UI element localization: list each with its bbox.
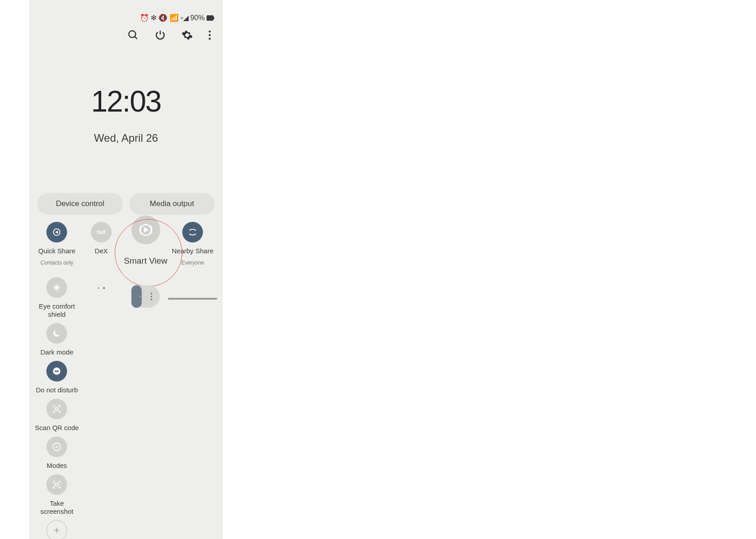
svg-rect-22: [55, 483, 58, 486]
svg-rect-0: [207, 15, 213, 21]
svg-point-4: [209, 31, 211, 32]
svg-rect-1: [213, 17, 214, 19]
svg-line-14: [54, 284, 55, 285]
dex-toggle[interactable]: DeX DeX: [79, 222, 124, 266]
quick-settings-top-row: [29, 22, 223, 45]
device-control-button[interactable]: Device control: [37, 193, 123, 215]
brightness-slider[interactable]: [131, 285, 160, 308]
add-toggle[interactable]: [46, 520, 67, 539]
page-indicator: ••: [79, 285, 124, 539]
svg-line-17: [59, 284, 60, 285]
svg-point-5: [209, 34, 211, 36]
svg-point-34: [151, 292, 152, 294]
svg-line-3: [135, 36, 137, 39]
svg-rect-20: [56, 408, 58, 410]
svg-point-9: [55, 285, 59, 289]
quick-share-toggle[interactable]: Quick Share Contacts only: [35, 222, 79, 266]
quick-settings-screen: ⏰ ✻ 🔇 📶 ▫◢ 90% 12:03 Wed, April 26 Devic…: [29, 0, 223, 539]
svg-point-36: [151, 299, 152, 300]
search-icon[interactable]: [127, 29, 139, 41]
more-vert-icon[interactable]: [208, 29, 211, 41]
brightness-icon: [140, 292, 142, 301]
screenshot-toggle[interactable]: Take screenshot: [35, 474, 79, 516]
battery-icon: [207, 15, 215, 21]
scan-qr-toggle[interactable]: Scan QR code: [35, 399, 79, 432]
svg-point-25: [140, 296, 141, 297]
notification-time: 12:03: [29, 84, 223, 118]
smart-view-icon[interactable]: [131, 216, 160, 244]
nearby-share-toggle[interactable]: Nearby Share Everyone: [168, 222, 217, 266]
dnd-toggle[interactable]: Do not disturb: [36, 361, 78, 394]
svg-point-6: [209, 38, 211, 40]
svg-line-15: [59, 289, 60, 290]
svg-rect-19: [55, 370, 59, 372]
status-icons-right: ⏰ ✻ 🔇 📶 ▫◢: [140, 13, 189, 22]
notification-date: Wed, April 26: [29, 132, 223, 144]
eye-comfort-toggle[interactable]: Eye comfort shield Dark mode Do not dist…: [35, 277, 79, 539]
status-bar: ⏰ ✻ 🔇 📶 ▫◢ 90%: [29, 0, 223, 22]
svg-line-16: [54, 289, 55, 290]
svg-point-2: [129, 31, 135, 37]
brightness-more-icon[interactable]: [150, 292, 153, 301]
power-icon[interactable]: [154, 29, 166, 41]
smart-view-toggle[interactable]: Smart View: [123, 216, 168, 266]
dark-mode-toggle[interactable]: Dark mode: [40, 323, 73, 356]
settings-gear-icon[interactable]: [181, 29, 193, 41]
home-indicator[interactable]: [168, 298, 217, 300]
modes-toggle[interactable]: Modes: [46, 436, 67, 470]
svg-point-35: [151, 296, 152, 297]
clock-area: 12:03 Wed, April 26: [29, 84, 223, 144]
battery-percent: 90%: [190, 14, 205, 22]
media-output-button[interactable]: Media output: [129, 193, 215, 215]
